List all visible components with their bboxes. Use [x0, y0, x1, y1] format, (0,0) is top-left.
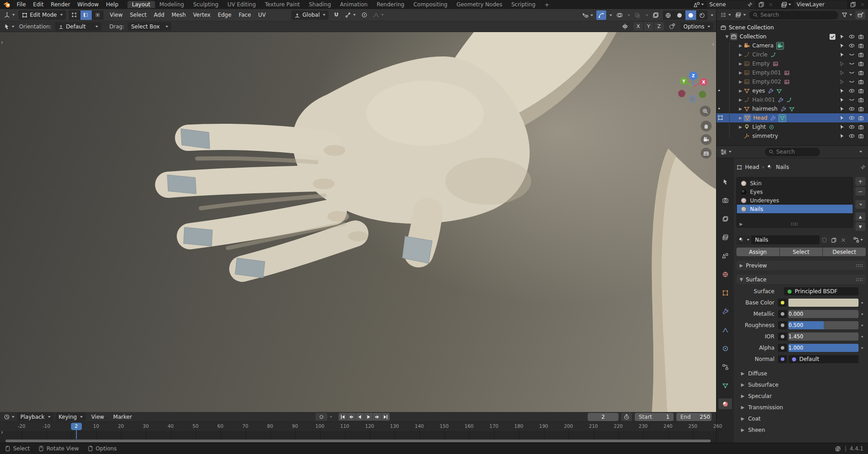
- use-preview-range-toggle[interactable]: [621, 413, 632, 421]
- render-visibility-toggle[interactable]: [856, 97, 866, 103]
- add-slot-button[interactable]: +: [855, 177, 865, 186]
- material-slot-skin[interactable]: Skin: [737, 179, 853, 187]
- render-visibility-toggle[interactable]: [856, 88, 866, 94]
- snap-target-dropdown[interactable]: [344, 10, 357, 20]
- properties-tab-object[interactable]: [718, 287, 732, 298]
- object-name[interactable]: Empty.001: [752, 70, 781, 76]
- edge-select-button[interactable]: [80, 10, 92, 20]
- gizmo-x-axis[interactable]: X: [700, 78, 708, 86]
- material-slot-eyes[interactable]: Eyes: [737, 187, 853, 196]
- collapse-icon[interactable]: ▼: [724, 34, 730, 39]
- outliner-row-eyes[interactable]: •▶eyes: [717, 86, 868, 95]
- expand-icon[interactable]: ▶: [737, 80, 744, 84]
- play-button[interactable]: [364, 413, 373, 421]
- expand-icon[interactable]: ▶: [737, 61, 744, 66]
- viewport-menu-uv[interactable]: UV: [255, 12, 269, 18]
- vertex-select-button[interactable]: [69, 10, 80, 20]
- render-visibility-toggle[interactable]: [856, 133, 866, 139]
- frame-end-field[interactable]: End250: [676, 413, 712, 421]
- outliner-filter-dropdown[interactable]: [840, 10, 853, 20]
- expand-icon[interactable]: ▶: [737, 125, 744, 129]
- selectability-toggle[interactable]: [837, 133, 847, 139]
- visibility-toggle[interactable]: [847, 115, 856, 121]
- roughness-slider[interactable]: 0.500: [788, 321, 859, 329]
- viewport-menu-select[interactable]: Select: [126, 12, 150, 18]
- outliner-row-hairmesh[interactable]: •▶hairmesh: [717, 104, 868, 113]
- selectability-toggle[interactable]: [837, 97, 847, 103]
- current-frame-field[interactable]: 2: [588, 413, 618, 421]
- workspace-tab-animation[interactable]: Animation: [335, 1, 372, 8]
- object-name[interactable]: Hair.001: [752, 97, 775, 103]
- sidebar-toggle-arrow[interactable]: ›: [1, 39, 3, 46]
- slot-specials-dropdown[interactable]: [855, 200, 865, 209]
- selectability-toggle[interactable]: [837, 52, 847, 58]
- node-socket[interactable]: [778, 344, 787, 352]
- node-socket[interactable]: [778, 332, 787, 341]
- properties-editor-type-button[interactable]: [719, 147, 732, 157]
- playhead-line[interactable]: [76, 430, 77, 439]
- 3d-viewport[interactable]: › ‹ Z Y X: [0, 32, 716, 412]
- outliner-row-empty-001[interactable]: ▶Empty.001: [717, 68, 868, 77]
- object-name[interactable]: hairmesh: [752, 106, 778, 112]
- material-icon[interactable]: [767, 164, 773, 170]
- animate-dot[interactable]: •: [859, 345, 866, 351]
- play-reverse-button[interactable]: [356, 413, 364, 421]
- scene-name-field[interactable]: Scene: [707, 0, 755, 9]
- selectability-toggle[interactable]: [837, 34, 847, 40]
- show-gizmo-toggle[interactable]: [596, 10, 606, 20]
- shading-caret[interactable]: [711, 14, 713, 16]
- panel-transmission[interactable]: ▶Transmission: [736, 402, 866, 413]
- render-visibility-toggle[interactable]: [856, 52, 866, 58]
- drag-dropdown[interactable]: Select Box: [128, 22, 171, 31]
- properties-tab-tool[interactable]: [718, 176, 732, 187]
- node-socket[interactable]: [778, 355, 787, 363]
- expand-icon[interactable]: ▶: [737, 70, 744, 75]
- surface-input[interactable]: Principled BSDF: [784, 287, 859, 295]
- expand-icon[interactable]: ▶: [737, 52, 744, 57]
- properties-tab-world[interactable]: [718, 269, 732, 280]
- slot-list-resize-grip[interactable]: [791, 222, 797, 226]
- xray-toggle[interactable]: [632, 10, 642, 20]
- workspace-tab-uv-editing[interactable]: UV Editing: [223, 1, 260, 8]
- viewport-menu-vertex[interactable]: Vertex: [189, 12, 214, 18]
- viewlayer-name-field[interactable]: ViewLayer: [794, 0, 847, 9]
- proportional-falloff-dropdown[interactable]: [372, 10, 385, 20]
- outliner-row-camera[interactable]: ▶Camera: [717, 41, 868, 50]
- face-select-button[interactable]: [92, 10, 104, 20]
- add-workspace-button[interactable]: +: [541, 1, 553, 8]
- workspace-tab-compositing[interactable]: Compositing: [409, 1, 452, 8]
- frame-start-field[interactable]: Start1: [635, 413, 674, 421]
- keying-menu[interactable]: Keying: [56, 412, 86, 421]
- menu-render[interactable]: Render: [47, 1, 74, 8]
- breadcrumb-object[interactable]: Head: [745, 164, 759, 170]
- properties-tab-constraints[interactable]: [718, 361, 732, 372]
- panel-subsurface[interactable]: ▶Subsurface: [736, 379, 866, 390]
- object-icon[interactable]: [736, 164, 742, 170]
- node-tree-dropdown[interactable]: [850, 235, 866, 244]
- gizmo-y-neg-axis[interactable]: [699, 91, 706, 98]
- visibility-toggle[interactable]: [847, 42, 856, 49]
- gizmo-y-axis[interactable]: Y: [680, 77, 688, 85]
- delete-viewlayer-button[interactable]: [859, 0, 866, 9]
- workspace-tab-sculpting[interactable]: Sculpting: [189, 1, 223, 8]
- mirror-axis-y[interactable]: Y: [644, 22, 654, 31]
- viewport-menu-add[interactable]: Add: [150, 12, 168, 18]
- delete-scene-button[interactable]: [767, 0, 774, 9]
- panel-sheen[interactable]: ▶Sheen: [736, 424, 866, 435]
- slot-move-up-button[interactable]: ▲: [855, 212, 865, 221]
- outliner-row-empty[interactable]: ▶Empty: [717, 59, 868, 68]
- timeline-view-menu[interactable]: View: [88, 414, 108, 420]
- current-frame-badge[interactable]: 2: [71, 423, 82, 430]
- prev-keyframe-button[interactable]: [347, 413, 355, 421]
- snap-base-icon[interactable]: [667, 22, 677, 31]
- object-name[interactable]: eyes: [752, 88, 765, 94]
- outliner-row-circle[interactable]: ▶Circle: [717, 50, 868, 59]
- object-name[interactable]: Collection: [740, 33, 766, 40]
- visibility-toggle[interactable]: [847, 33, 856, 40]
- material-slot-undereyes[interactable]: Undereyes: [737, 196, 853, 205]
- outliner-search-input[interactable]: [760, 12, 835, 18]
- outliner-row-light[interactable]: ▶Light: [717, 122, 868, 131]
- workspace-tab-texture-paint[interactable]: Texture Paint: [260, 1, 304, 8]
- show-object-types-dropdown[interactable]: [581, 10, 594, 20]
- viewport-menu-view[interactable]: View: [106, 12, 126, 18]
